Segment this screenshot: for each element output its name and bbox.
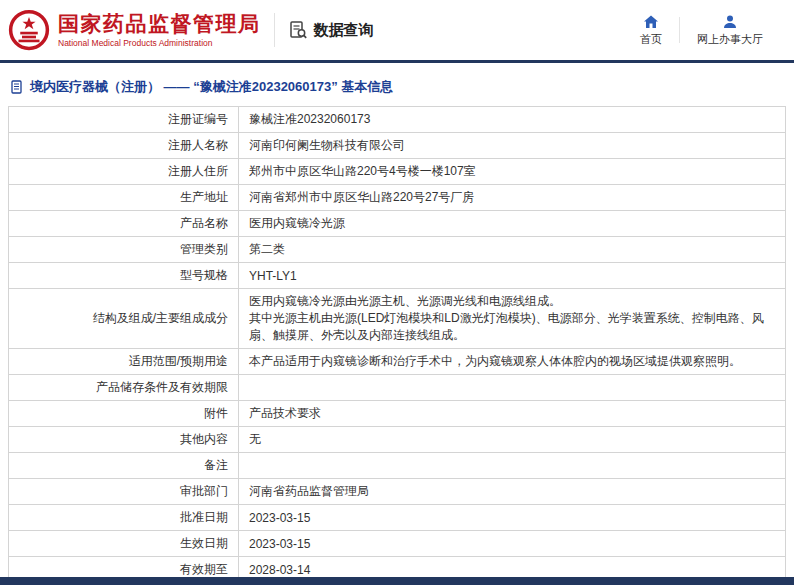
row-label: 生产地址 bbox=[9, 185, 239, 211]
row-value: 第二类 bbox=[239, 237, 786, 263]
table-row: 附件 产品技术要求 bbox=[9, 401, 786, 427]
row-value bbox=[239, 375, 786, 401]
row-label: 其他内容 bbox=[9, 427, 239, 453]
table-row: 注册人名称 河南印何阑生物科技有限公司 bbox=[9, 133, 786, 159]
row-label: 管理类别 bbox=[9, 237, 239, 263]
page-title-text: 境内医疗器械（注册） —— “豫械注准20232060173” 基本信息 bbox=[30, 78, 393, 96]
row-value: 本产品适用于内窥镜诊断和治疗手术中，为内窥镜观察人体体腔内的视场区域提供观察照明… bbox=[239, 349, 786, 375]
table-row: 生产地址 河南省郑州市中原区华山路220号27号厂房 bbox=[9, 185, 786, 211]
row-value: 产品技术要求 bbox=[239, 401, 786, 427]
data-query-label: 数据查询 bbox=[314, 21, 374, 40]
table-row: 结构及组成/主要组成成分 医用内窥镜冷光源由光源主机、光源调光线和电源线组成。 … bbox=[9, 289, 786, 349]
row-label: 适用范围/预期用途 bbox=[9, 349, 239, 375]
table-row: 备注 bbox=[9, 453, 786, 479]
row-label: 产品储存条件及有效期限 bbox=[9, 375, 239, 401]
header-nav: 首页 网上办事大厅 bbox=[623, 14, 780, 47]
page-title: 境内医疗器械（注册） —— “豫械注准20232060173” 基本信息 bbox=[8, 69, 786, 106]
home-icon bbox=[643, 14, 659, 30]
footer-navy-bar bbox=[0, 577, 794, 585]
table-row: 注册证编号 豫械注准20232060173 bbox=[9, 107, 786, 133]
row-value: 河南印何阑生物科技有限公司 bbox=[239, 133, 786, 159]
row-label: 审批部门 bbox=[9, 479, 239, 505]
national-emblem-icon bbox=[8, 9, 50, 51]
agency-title-block: 国家药品监督管理局 National Medical Products Admi… bbox=[58, 12, 261, 47]
table-row: 审批部门 河南省药品监督管理局 bbox=[9, 479, 786, 505]
row-value: 豫械注准20232060173 bbox=[239, 107, 786, 133]
row-value: YHT-LY1 bbox=[239, 263, 786, 289]
agency-name-en: National Medical Products Administration bbox=[58, 38, 261, 48]
table-row: 注册人住所 郑州市中原区华山路220号4号楼一楼107室 bbox=[9, 159, 786, 185]
row-label: 批准日期 bbox=[9, 505, 239, 531]
nav-home-label: 首页 bbox=[640, 32, 662, 47]
row-label: 生效日期 bbox=[9, 531, 239, 557]
nav-online-hall-label: 网上办事大厅 bbox=[697, 32, 763, 47]
nav-item-online-hall[interactable]: 网上办事大厅 bbox=[680, 14, 780, 47]
site-header: 国家药品监督管理局 National Medical Products Admi… bbox=[0, 0, 794, 60]
table-row: 生效日期 2023-03-15 bbox=[9, 531, 786, 557]
data-query-icon bbox=[288, 20, 308, 40]
row-label: 注册证编号 bbox=[9, 107, 239, 133]
row-value: 医用内窥镜冷光源由光源主机、光源调光线和电源线组成。 其中光源主机由光源(LED… bbox=[239, 289, 786, 349]
table-row: 产品储存条件及有效期限 bbox=[9, 375, 786, 401]
nav-item-home[interactable]: 首页 bbox=[623, 14, 679, 47]
row-label: 型号规格 bbox=[9, 263, 239, 289]
agency-name-cn: 国家药品监督管理局 bbox=[58, 12, 261, 35]
row-value: 河南省药品监督管理局 bbox=[239, 479, 786, 505]
row-value: 河南省郑州市中原区华山路220号27号厂房 bbox=[239, 185, 786, 211]
row-value bbox=[239, 453, 786, 479]
table-row: 批准日期 2023-03-15 bbox=[9, 505, 786, 531]
row-value: 郑州市中原区华山路220号4号楼一楼107室 bbox=[239, 159, 786, 185]
table-row: 管理类别 第二类 bbox=[9, 237, 786, 263]
document-icon bbox=[10, 80, 24, 94]
person-icon bbox=[722, 14, 738, 30]
row-label: 结构及组成/主要组成成分 bbox=[9, 289, 239, 349]
row-label: 备注 bbox=[9, 453, 239, 479]
table-row: 产品名称 医用内窥镜冷光源 bbox=[9, 211, 786, 237]
row-value: 2023-03-15 bbox=[239, 505, 786, 531]
registration-info-table: 注册证编号 豫械注准20232060173 注册人名称 河南印何阑生物科技有限公… bbox=[8, 106, 786, 585]
row-label: 注册人名称 bbox=[9, 133, 239, 159]
row-label: 产品名称 bbox=[9, 211, 239, 237]
row-label: 注册人住所 bbox=[9, 159, 239, 185]
main-content: 境内医疗器械（注册） —— “豫械注准20232060173” 基本信息 注册证… bbox=[0, 63, 794, 585]
row-value: 2023-03-15 bbox=[239, 531, 786, 557]
row-value: 医用内窥镜冷光源 bbox=[239, 211, 786, 237]
table-row: 型号规格 YHT-LY1 bbox=[9, 263, 786, 289]
header-divider bbox=[274, 13, 275, 47]
row-label: 附件 bbox=[9, 401, 239, 427]
table-row: 其他内容 无 bbox=[9, 427, 786, 453]
row-value: 无 bbox=[239, 427, 786, 453]
data-query-button[interactable]: 数据查询 bbox=[288, 20, 374, 40]
table-row: 适用范围/预期用途 本产品适用于内窥镜诊断和治疗手术中，为内窥镜观察人体体腔内的… bbox=[9, 349, 786, 375]
agency-brand[interactable]: 国家药品监督管理局 National Medical Products Admi… bbox=[8, 9, 261, 51]
